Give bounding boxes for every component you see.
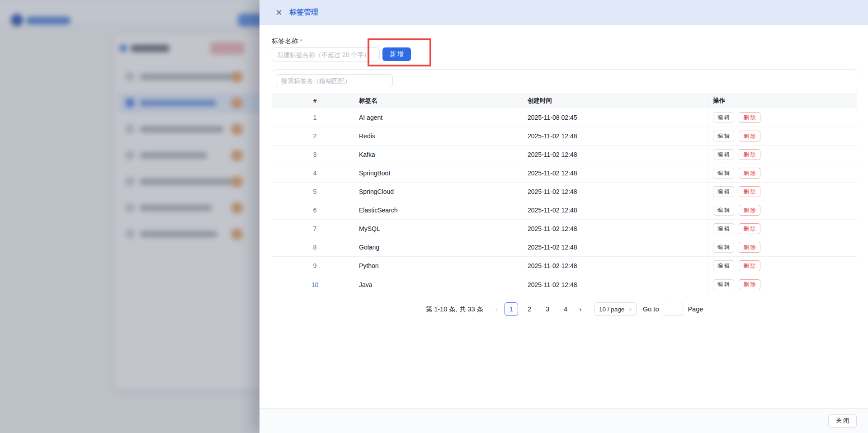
edit-button[interactable]: 编 辑 — [713, 168, 734, 179]
tag-management-drawer: ✕ 标签管理 标签名称* 新 增 # 标签名 创建时间 操作 1 AI agen… — [259, 0, 868, 433]
edit-button[interactable]: 编 辑 — [713, 131, 734, 141]
row-index: 6 — [272, 207, 358, 214]
row-actions: 编 辑 删 除 — [708, 275, 857, 294]
row-index: 1 — [272, 114, 358, 121]
row-actions: 编 辑 删 除 — [708, 238, 857, 256]
add-tag-button[interactable]: 新 增 — [382, 47, 411, 61]
delete-button[interactable]: 删 除 — [739, 279, 760, 290]
drawer-footer: 关 闭 — [259, 408, 868, 433]
delete-button[interactable]: 删 除 — [739, 223, 760, 234]
row-created: 2025-11-02 12:48 — [528, 262, 708, 269]
delete-button[interactable]: 删 除 — [739, 260, 760, 271]
row-actions: 编 辑 删 除 — [708, 183, 857, 201]
table-row[interactable]: 5 SpringCloud 2025-11-02 12:48 编 辑 删 除 — [272, 183, 857, 201]
column-header-name: 标签名 — [358, 97, 528, 105]
edit-button[interactable]: 编 辑 — [713, 242, 734, 253]
drawer-header: ✕ 标签管理 — [259, 0, 868, 25]
column-header-actions: 操作 — [708, 93, 857, 108]
row-actions: 编 辑 删 除 — [708, 220, 857, 238]
delete-button[interactable]: 删 除 — [739, 205, 760, 216]
row-name: Python — [358, 262, 528, 269]
row-index: 9 — [272, 262, 358, 269]
row-actions: 编 辑 删 除 — [708, 201, 857, 219]
edit-button[interactable]: 编 辑 — [713, 149, 734, 160]
row-actions: 编 辑 删 除 — [708, 127, 857, 145]
page-button-1[interactable]: 1 — [505, 302, 518, 316]
delete-button[interactable]: 删 除 — [739, 242, 760, 253]
edit-button[interactable]: 编 辑 — [713, 260, 734, 271]
screen: ✕ 标签管理 标签名称* 新 增 # 标签名 创建时间 操作 1 AI agen… — [0, 0, 868, 433]
drawer-title: 标签管理 — [289, 8, 318, 17]
row-created: 2025-11-02 12:48 — [528, 151, 708, 158]
row-name: SpringBoot — [358, 169, 528, 177]
table-row[interactable]: 2 Redis 2025-11-02 12:48 编 辑 删 除 — [272, 127, 857, 146]
row-index: 3 — [272, 151, 358, 158]
column-header-created: 创建时间 — [528, 97, 708, 105]
table-row[interactable]: 8 Golang 2025-11-02 12:48 编 辑 删 除 — [272, 238, 857, 257]
row-index: 10 — [272, 281, 358, 288]
row-created: 2025-11-02 12:48 — [528, 169, 708, 177]
page-button-4[interactable]: 4 — [559, 302, 572, 316]
row-index: 8 — [272, 244, 358, 251]
goto-page-input[interactable] — [663, 303, 683, 316]
close-drawer-button[interactable]: 关 闭 — [828, 414, 857, 428]
page-size-select[interactable]: 10 / page ∨ — [594, 302, 637, 316]
tag-name-label-text: 标签名称 — [272, 38, 298, 45]
row-created: 2025-11-02 12:48 — [528, 225, 708, 232]
page-button-3[interactable]: 3 — [541, 302, 554, 316]
search-tag-input[interactable] — [276, 74, 393, 87]
row-created: 2025-11-02 12:48 — [528, 207, 708, 214]
row-created: 2025-11-08 02:45 — [528, 114, 708, 121]
table-row[interactable]: 7 MySQL 2025-11-02 12:48 编 辑 删 除 — [272, 220, 857, 238]
tag-table: # 标签名 创建时间 操作 1 AI agent 2025-11-08 02:4… — [272, 93, 857, 294]
table-body: 1 AI agent 2025-11-08 02:45 编 辑 删 除 2 Re… — [272, 108, 857, 294]
chevron-down-icon: ∨ — [629, 307, 632, 312]
page-list: 1234 — [502, 302, 575, 316]
delete-button[interactable]: 删 除 — [739, 131, 760, 141]
table-row[interactable]: 4 SpringBoot 2025-11-02 12:48 编 辑 删 除 — [272, 164, 857, 183]
row-created: 2025-11-02 12:48 — [528, 281, 708, 288]
table-row[interactable]: 10 Java 2025-11-02 12:48 编 辑 删 除 — [272, 275, 857, 294]
row-name: Redis — [358, 132, 528, 140]
table-row[interactable]: 9 Python 2025-11-02 12:48 编 辑 删 除 — [272, 257, 857, 275]
pagination-summary: 第 1-10 条, 共 33 条 — [426, 305, 483, 314]
row-index: 4 — [272, 169, 358, 177]
row-name: Kafka — [358, 151, 528, 158]
row-index: 7 — [272, 225, 358, 232]
row-index: 5 — [272, 188, 358, 195]
row-created: 2025-11-02 12:48 — [528, 244, 708, 251]
page-word-label: Page — [688, 306, 703, 313]
delete-button[interactable]: 删 除 — [739, 149, 760, 160]
new-tag-input[interactable] — [272, 47, 380, 61]
goto-label: Go to — [643, 306, 659, 313]
delete-button[interactable]: 删 除 — [739, 112, 760, 123]
table-row[interactable]: 1 AI agent 2025-11-08 02:45 编 辑 删 除 — [272, 108, 857, 127]
page-button-2[interactable]: 2 — [523, 302, 536, 316]
required-asterisk: * — [300, 38, 302, 45]
row-name: SpringCloud — [358, 188, 528, 195]
tag-name-label: 标签名称* — [272, 37, 302, 46]
prev-page-icon[interactable]: ‹ — [491, 302, 502, 316]
column-header-index: # — [272, 98, 358, 104]
row-actions: 编 辑 删 除 — [708, 257, 857, 275]
page-size-value: 10 / page — [599, 306, 624, 313]
delete-button[interactable]: 删 除 — [739, 186, 760, 197]
row-name: Golang — [358, 244, 528, 251]
table-header-row: # 标签名 创建时间 操作 — [272, 93, 857, 108]
edit-button[interactable]: 编 辑 — [713, 279, 734, 290]
edit-button[interactable]: 编 辑 — [713, 186, 734, 197]
row-actions: 编 辑 删 除 — [708, 108, 857, 127]
row-name: AI agent — [358, 114, 528, 121]
pagination-bar: 第 1-10 条, 共 33 条 ‹ 1234 › 10 / page ∨ Go… — [272, 302, 857, 316]
row-name: MySQL — [358, 225, 528, 232]
close-icon[interactable]: ✕ — [274, 8, 283, 17]
delete-button[interactable]: 删 除 — [739, 168, 760, 179]
edit-button[interactable]: 编 辑 — [713, 223, 734, 234]
row-index: 2 — [272, 132, 358, 140]
table-row[interactable]: 6 ElasticSearch 2025-11-02 12:48 编 辑 删 除 — [272, 201, 857, 220]
table-row[interactable]: 3 Kafka 2025-11-02 12:48 编 辑 删 除 — [272, 146, 857, 164]
row-name: Java — [358, 281, 528, 288]
edit-button[interactable]: 编 辑 — [713, 205, 734, 216]
edit-button[interactable]: 编 辑 — [713, 112, 734, 123]
next-page-icon[interactable]: › — [575, 302, 586, 316]
